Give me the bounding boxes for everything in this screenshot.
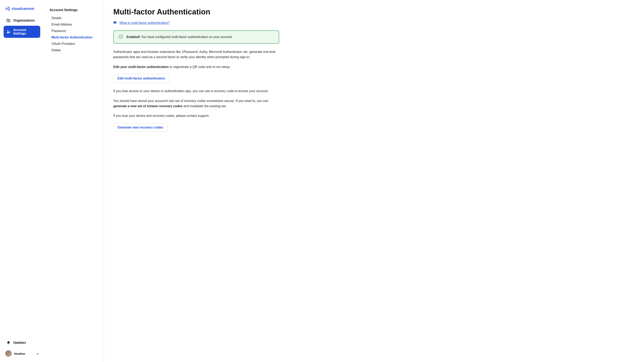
section-title: Account Settings: [50, 8, 98, 12]
subnav-mfa[interactable]: Multi-factor Authentication: [50, 34, 98, 41]
nav-item-account-settings[interactable]: Account Settings: [4, 26, 40, 38]
page-title: Multi-factor Authentication: [113, 8, 279, 16]
user-menu[interactable]: Heather ▶: [4, 349, 40, 359]
nav-label: Updates: [13, 341, 26, 345]
subnav-delete[interactable]: Delete: [50, 47, 98, 53]
svg-point-10: [9, 32, 10, 32]
status-text: Enabled! You have configured multi-facto…: [126, 35, 233, 39]
help-link[interactable]: What is multi-factor authentication?: [119, 21, 170, 25]
intro-paragraph: Authenticator apps and browser extension…: [113, 49, 279, 60]
subnav-password[interactable]: Password: [50, 28, 98, 34]
user-name: Heather: [14, 352, 25, 355]
primary-sidebar: cloudcannon Organizations Account Settin: [0, 0, 44, 362]
nav-label: Organizations: [13, 19, 35, 22]
status-message: You have configured multi-factor authent…: [141, 35, 233, 39]
nav-item-organizations[interactable]: Organizations: [4, 16, 40, 25]
recovery-2b: and invalidate the existing set.: [182, 104, 226, 108]
svg-rect-7: [8, 20, 8, 21]
subnav-details[interactable]: Details: [50, 15, 98, 21]
book-icon: [113, 21, 117, 25]
svg-point-1: [7, 8, 8, 9]
building-icon: [6, 18, 10, 22]
nav-item-updates[interactable]: Updates: [4, 338, 40, 347]
edit-paragraph: Edit your multi-factor authentication to…: [113, 64, 279, 70]
check-circle-icon: [118, 34, 123, 40]
user-gear-icon: [6, 30, 10, 34]
avatar: [5, 350, 12, 357]
status-label: Enabled!: [126, 35, 140, 39]
nav-label: Account Settings: [13, 28, 38, 35]
edit-mfa-button[interactable]: Edit multi-factor authentication: [113, 74, 169, 83]
status-banner: Enabled! You have configured multi-facto…: [113, 30, 279, 44]
brand-logo-icon: [5, 6, 10, 11]
recovery-2a: You should have stored your account's la…: [113, 99, 268, 103]
svg-rect-6: [7, 20, 8, 21]
recovery-paragraph-3: If you lose your device and recovery cod…: [113, 113, 279, 118]
svg-point-8: [7, 30, 8, 31]
svg-rect-2: [7, 19, 9, 22]
svg-rect-5: [8, 19, 8, 20]
recovery-2-strong: generate a new set of sixteen recovery c…: [113, 104, 182, 108]
recovery-paragraph-1: If you lose access to your device or aut…: [113, 88, 279, 94]
recovery-paragraph-2: You should have stored your account's la…: [113, 98, 279, 109]
help-link-row: What is multi-factor authentication?: [113, 21, 279, 25]
edit-paragraph-strong: Edit your multi-factor authentication: [113, 65, 169, 69]
brand-logo[interactable]: cloudcannon: [4, 3, 40, 16]
bell-icon: [6, 341, 10, 345]
generate-recovery-button[interactable]: Generate new recovery codes: [113, 123, 168, 132]
subnav-email[interactable]: Email Address: [50, 21, 98, 28]
svg-rect-4: [7, 19, 8, 20]
secondary-sidebar: Account Settings Details Email Address P…: [44, 0, 104, 362]
main-content: Multi-factor Authentication What is mult…: [104, 0, 289, 362]
caret-right-icon: ▶: [37, 353, 39, 355]
svg-rect-3: [9, 20, 10, 22]
svg-point-11: [119, 35, 122, 38]
brand-name: cloudcannon: [12, 7, 34, 11]
edit-paragraph-rest: to regenerate a QR code and re-run setup…: [169, 65, 231, 69]
subnav-oauth[interactable]: OAuth Providers: [50, 41, 98, 47]
